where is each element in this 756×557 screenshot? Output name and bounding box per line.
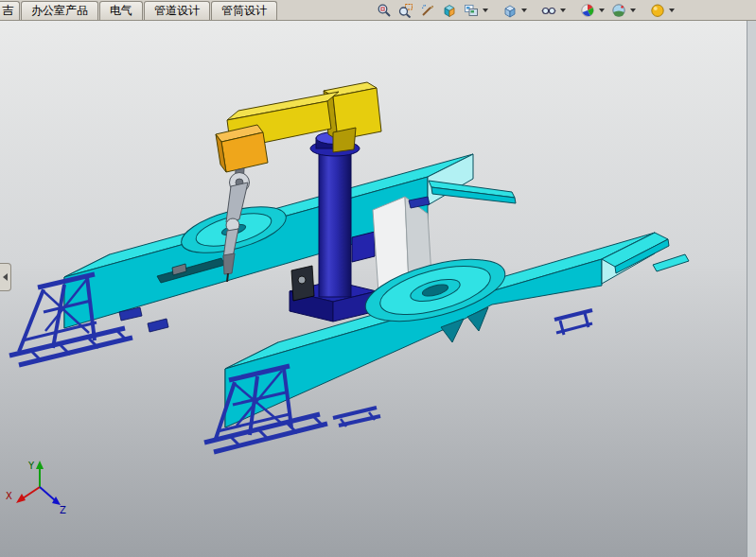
view-settings-button[interactable] (647, 1, 667, 19)
tab-tube-design[interactable]: 管筒设计 (211, 1, 277, 20)
task-pane-edge[interactable] (747, 20, 756, 557)
collapse-arrow-icon (3, 273, 8, 281)
hide-show-items-icon (541, 3, 556, 18)
dropdown-arrow[interactable] (483, 9, 488, 12)
view-orientation-button[interactable] (461, 1, 481, 19)
axis-x-label: X (6, 491, 12, 501)
tab-office-products[interactable]: 办公室产品 (21, 1, 98, 20)
rail-segment[interactable] (333, 408, 380, 426)
zoom-to-area-button[interactable] (396, 1, 415, 19)
axis-z-label: Z (60, 505, 66, 515)
section-view-icon (442, 3, 457, 18)
tab-partial-label: 吉 (2, 4, 13, 17)
hide-show-items-button[interactable] (538, 1, 558, 19)
dropdown-arrow[interactable] (669, 9, 675, 12)
zoom-to-fit-icon (377, 3, 392, 18)
zoom-to-area-icon (398, 3, 413, 18)
display-style-button[interactable] (500, 1, 519, 19)
assembly-model[interactable]: Y X Z (0, 0, 756, 557)
previous-view-icon (420, 3, 435, 18)
graphics-area[interactable]: Y X Z (0, 20, 747, 557)
zoom-to-fit-button[interactable] (374, 1, 394, 19)
wire-feeder-box[interactable] (291, 266, 314, 301)
panel-collapse-tab[interactable] (0, 263, 11, 291)
tab-piping-design[interactable]: 管道设计 (144, 1, 210, 20)
section-view-button[interactable] (439, 1, 459, 19)
apply-scene-icon (611, 3, 626, 18)
reference-triad: Y X Z (6, 461, 66, 515)
dropdown-arrow[interactable] (560, 9, 566, 12)
view-settings-icon (650, 3, 665, 18)
dropdown-arrow[interactable] (521, 9, 527, 12)
tab-electrical[interactable]: 电气 (99, 1, 143, 20)
command-tabs-bar: 吉 办公室产品 电气 管道设计 管筒设计 (0, 0, 756, 21)
edit-appearance-button[interactable] (577, 1, 597, 19)
robot-arm[interactable] (216, 82, 381, 172)
heads-up-view-toolbar (374, 0, 677, 20)
apply-scene-button[interactable] (608, 1, 628, 19)
previous-view-button[interactable] (417, 1, 437, 19)
dropdown-arrow[interactable] (630, 9, 636, 12)
support-stand-right-small[interactable] (554, 310, 592, 335)
view-orientation-icon (464, 3, 479, 18)
display-style-icon (502, 3, 518, 18)
tab-partial[interactable]: 吉 (0, 1, 20, 20)
edit-appearance-icon (580, 3, 595, 18)
axis-y-label: Y (27, 461, 35, 471)
dropdown-arrow[interactable] (599, 9, 605, 12)
